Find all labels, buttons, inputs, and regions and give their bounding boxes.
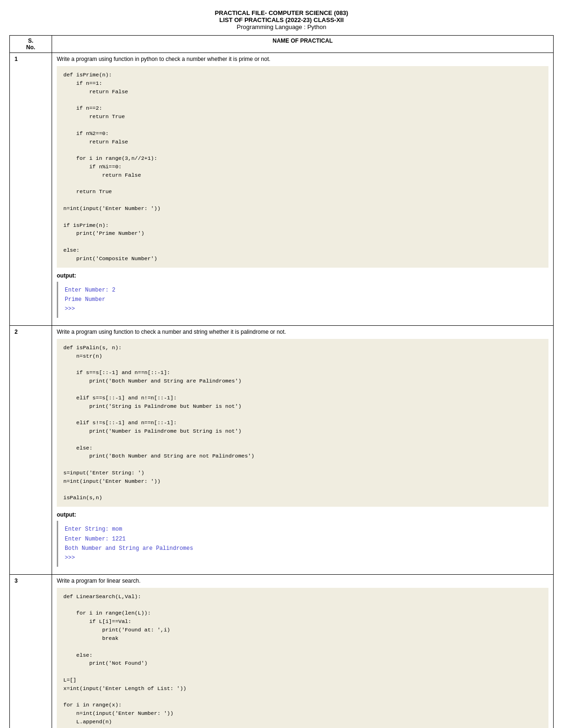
output-line: Enter String: mom [65,525,542,534]
row-sno-3: 3 [10,574,52,728]
table-header-row: S.No. NAME OF PRACTICAL [10,36,554,53]
output-line: Both Number and String are Palindromes [65,544,542,553]
row-description-3: Write a program for linear search. [57,578,548,584]
row-content-2: Write a program using function to check … [52,325,554,574]
row-description-2: Write a program using function to check … [57,329,548,335]
output-label-1: output: [57,272,548,279]
row-sno-2: 2 [10,325,52,574]
row-sno-1: 1 [10,53,52,326]
output-prompt-1: >>> [65,304,542,314]
code-block-1: def isPrime(n): if n==1: return False if… [57,66,548,268]
row-content-1: Write a program using function in python… [52,53,554,326]
output-line: Enter Number: 1221 [65,534,542,544]
table-row: 2Write a program using function to check… [10,325,554,574]
page: PRACTICAL FILE- COMPUTER SCIENCE (083) L… [9,9,554,728]
output-line: Prime Number [65,295,542,304]
code-block-3: def LinearSearch(L,Val): for i in range(… [57,588,548,728]
header-line1: PRACTICAL FILE- COMPUTER SCIENCE (083) [9,9,554,16]
output-box-1: Enter Number: 2Prime Number>>> [57,282,548,318]
row-description-1: Write a program using function in python… [57,56,548,62]
page-header: PRACTICAL FILE- COMPUTER SCIENCE (083) L… [9,9,554,30]
table-row: 1Write a program using function in pytho… [10,53,554,326]
practicals-table: S.No. NAME OF PRACTICAL 1Write a program… [9,35,554,728]
col-header-name: NAME OF PRACTICAL [52,36,554,53]
col-header-sno: S.No. [10,36,52,53]
row-content-3: Write a program for linear search.def Li… [52,574,554,728]
output-box-2: Enter String: momEnter Number: 1221Both … [57,521,548,567]
header-line2: LIST OF PRACTICALS (2022-23) CLASS-XII [9,16,554,23]
output-line: Enter Number: 2 [65,285,542,295]
table-row: 3Write a program for linear search.def L… [10,574,554,728]
output-label-2: output: [57,511,548,518]
header-line3: Programming Language : Python [9,23,554,30]
code-block-2: def isPalin(s, n): n=str(n) if s==s[::-1… [57,339,548,507]
output-prompt-2: >>> [65,553,542,563]
